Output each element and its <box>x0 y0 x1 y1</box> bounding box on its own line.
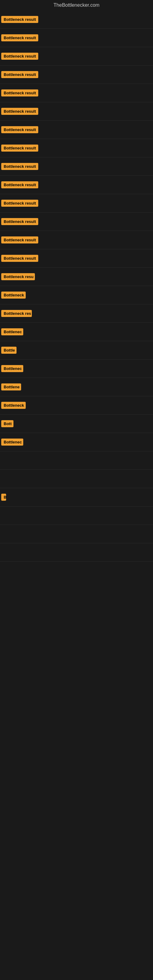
badge-row: Bottleneck result <box>0 139 153 158</box>
bottleneck-result-badge[interactable]: Bottleneck result <box>1 52 38 60</box>
bottleneck-result-badge[interactable]: Bottleneck result <box>1 236 38 243</box>
badge-row: Bottlene <box>0 378 153 396</box>
bottleneck-result-badge[interactable]: Bott <box>1 420 13 427</box>
bottleneck-result-badge[interactable]: B <box>1 494 6 501</box>
bottleneck-result-badge[interactable]: Bottleneck result <box>1 181 38 188</box>
badge-row: Bottleneck result <box>0 194 153 213</box>
bottleneck-result-badge[interactable]: Bottleneck result <box>1 16 38 23</box>
badge-row: Bottlenec <box>0 323 153 341</box>
badge-row: Bottleneck result <box>0 176 153 194</box>
badge-row <box>0 470 153 488</box>
badge-row: Bottleneck <box>0 396 153 415</box>
badge-row: Bottleneck resu <box>0 268 153 286</box>
bottleneck-result-badge[interactable]: Bottleneck result <box>1 126 38 133</box>
badge-row: Bottleneck <box>0 286 153 304</box>
badge-row: Bottleneck result <box>0 84 153 102</box>
badge-row: Bottlenec <box>0 360 153 378</box>
badge-row: Bottleneck res <box>0 304 153 323</box>
badge-row: Bottleneck result <box>0 158 153 176</box>
bottleneck-result-badge[interactable]: Bottleneck result <box>1 108 38 115</box>
badge-row: Bottleneck result <box>0 47 153 65</box>
bottleneck-result-badge[interactable]: Bottlenec <box>1 439 23 445</box>
bottleneck-result-badge[interactable]: Bottleneck res <box>1 310 32 317</box>
badge-row <box>0 543 153 562</box>
badge-row <box>0 452 153 470</box>
bottleneck-result-badge[interactable]: Bottlenec <box>1 328 23 335</box>
bottleneck-result-badge[interactable]: Bottleneck result <box>1 34 38 41</box>
bottleneck-result-badge[interactable]: Bottleneck <box>1 291 26 299</box>
site-title: TheBottlenecker.com <box>0 0 153 10</box>
badge-row: Bottlenec <box>0 433 153 452</box>
badge-row <box>0 525 153 543</box>
badge-row: Bottleneck result <box>0 231 153 249</box>
bottleneck-result-badge[interactable]: Bottlene <box>1 383 21 390</box>
bottleneck-result-badge[interactable]: Bottleneck resu <box>1 273 35 280</box>
badge-row: Bottleneck result <box>0 10 153 29</box>
bottleneck-result-badge[interactable]: Bottleneck result <box>1 89 38 97</box>
badge-row: Bottleneck result <box>0 213 153 231</box>
badge-row: Bottleneck result <box>0 29 153 47</box>
badge-row: Bottleneck result <box>0 102 153 121</box>
bottleneck-result-badge[interactable]: Bottle <box>1 347 16 354</box>
badge-row: Bottleneck result <box>0 65 153 84</box>
bottleneck-result-badge[interactable]: Bottleneck <box>1 402 26 409</box>
badge-row: B <box>0 488 153 506</box>
badge-row: Bottleneck result <box>0 249 153 268</box>
badge-row: Bottleneck result <box>0 121 153 139</box>
bottleneck-result-badge[interactable]: Bottleneck result <box>1 218 38 225</box>
bottleneck-result-badge[interactable]: Bottleneck result <box>1 163 38 170</box>
bottleneck-result-badge[interactable]: Bottleneck result <box>1 200 38 207</box>
badge-row: Bott <box>0 415 153 433</box>
bottleneck-result-badge[interactable]: Bottlenec <box>1 365 23 372</box>
bottleneck-result-badge[interactable]: Bottleneck result <box>1 255 38 262</box>
badge-row <box>0 506 153 525</box>
bottleneck-result-badge[interactable]: Bottleneck result <box>1 145 38 151</box>
badge-row: Bottle <box>0 341 153 360</box>
bottleneck-result-badge[interactable]: Bottleneck result <box>1 71 38 78</box>
